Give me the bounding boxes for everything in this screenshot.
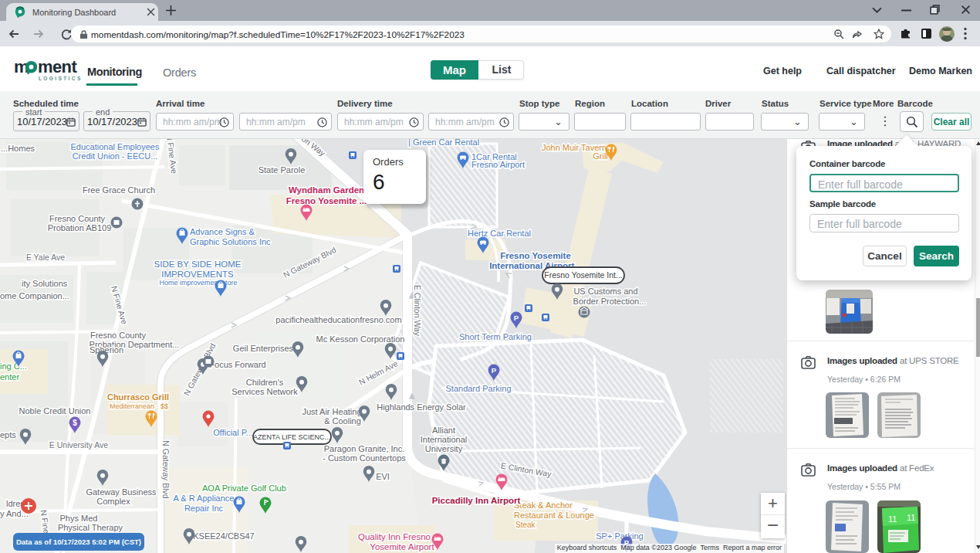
svg-text:ome Companion...: ome Companion... [0,291,69,300]
svg-text:EVI: EVI [376,472,390,481]
svg-text:Services Network: Services Network [231,387,298,396]
svg-text:enter: enter [0,372,19,382]
svg-text:Churrasco Grill: Churrasco Grill [107,392,169,402]
svg-text:Wyndham Garden: Wyndham Garden [289,185,364,195]
svg-text:Grill: Grill [593,151,608,161]
svg-text:Phys Med: Phys Med [60,514,98,523]
svg-text:Credit Union - EECU...: Credit Union - EECU... [73,151,158,161]
svg-text:11: 11 [888,514,897,524]
svg-text:Restaurant & Lounge: Restaurant & Lounge [514,511,594,520]
svg-text:University: University [425,444,463,453]
svg-text:Piccadilly Inn Airport: Piccadilly Inn Airport [432,496,521,505]
svg-text:P: P [514,314,519,322]
svg-text:ing C...: ing C... [0,361,27,371]
svg-text:International: International [421,435,468,444]
svg-text:Steak: Steak [515,521,536,529]
svg-text:IMPROVEMENTS: IMPROVEMENTS [161,270,234,279]
svg-text:P: P [492,366,497,375]
svg-text:| Green Car Rental: | Green Car Rental [408,139,479,147]
svg-text:- Custom Countertops: - Custom Countertops [323,453,406,463]
svg-text:Graphic Solutions Inc: Graphic Solutions Inc [190,237,271,246]
svg-text:ity Solutions: ity Solutions [22,279,68,288]
svg-text:E Yale Ave: E Yale Ave [26,253,65,262]
svg-text:Advance Signs &: Advance Signs & [190,227,255,236]
svg-text:Official P...: Official P... [213,428,253,437]
svg-text:Fresno County: Fresno County [49,214,106,223]
svg-text:Gateway Business: Gateway Business [86,487,157,497]
svg-text:AZENTA LIFE SCIENC...: AZENTA LIFE SCIENC... [253,433,330,441]
svg-text:Fresno Yosemite: Fresno Yosemite [500,251,571,260]
svg-text:...Homes: ...Homes [1,144,35,153]
svg-text:E Clinton Way: E Clinton Way [413,285,422,337]
svg-text:N Gateway Blvd: N Gateway Blvd [161,440,171,498]
svg-text:Fresno Yosemite ...: Fresno Yosemite ... [286,196,367,205]
svg-text:Mc Kesson Corporation: Mc Kesson Corporation [316,334,405,344]
svg-text:Children's: Children's [246,378,284,387]
svg-text:& Cooling: & Cooling [324,416,361,426]
svg-text:Paragon Granite, Inc.: Paragon Granite, Inc. [324,444,405,453]
svg-text:A & R Appliance: A & R Appliance [174,494,235,503]
svg-text:Noble Credit Union: Noble Credit Union [19,406,91,416]
svg-text:Highlands Energy Solar: Highlands Energy Solar [377,402,466,412]
svg-text:Quality Inn Fresno: Quality Inn Fresno [358,532,431,541]
svg-text:Repair Inc: Repair Inc [184,504,224,513]
svg-text:pacifichealtheducationfresno.c: pacifichealtheducationfresno.com [275,315,401,324]
svg-text:Fresno Yosemite Int...: Fresno Yosemite Int... [544,270,623,280]
svg-text:Complex: Complex [96,497,130,506]
svg-text:Free Grace Church: Free Grace Church [83,185,155,195]
svg-text:epts: epts [0,430,16,439]
svg-text:Geil Enterprises: Geil Enterprises [233,344,294,353]
svg-text:11: 11 [907,513,915,522]
svg-text:Border Protection...: Border Protection... [573,297,647,306]
svg-text:Steak & Anchor: Steak & Anchor [514,500,573,510]
svg-text:Physical Therapy: Physical Therapy [58,523,123,532]
svg-text:Fresno Airport: Fresno Airport [471,160,525,169]
svg-text:E University Ave: E University Ave [49,440,108,450]
svg-text:SP+ Parking: SP+ Parking [596,531,643,541]
svg-text:Fresno County: Fresno County [90,331,147,340]
svg-text:$: $ [73,419,77,427]
svg-text:Focus Forward: Focus Forward [209,360,265,369]
svg-text:Probation AB109: Probation AB109 [48,223,112,232]
svg-text:Yosemite Airport: Yosemite Airport [370,542,434,551]
svg-text:Just Air Heating: Just Air Heating [302,407,361,416]
svg-text:KSEE24/CBS47: KSEE24/CBS47 [193,531,255,541]
svg-text:Alliant: Alliant [432,426,455,435]
svg-text:Mediterranean · $$: Mediterranean · $$ [110,402,168,410]
svg-text:US Customs and: US Customs and [573,287,637,296]
svg-text:State Parole: State Parole [259,165,306,175]
svg-text:AOA Private Golf Club: AOA Private Golf Club [202,483,286,493]
svg-text:Short Term Parking: Short Term Parking [459,332,532,341]
svg-text:Educational Employees: Educational Employees [71,142,160,151]
svg-text:Standard Parking: Standard Parking [446,384,512,393]
svg-text:SIDE BY SIDE HOME: SIDE BY SIDE HOME [154,260,242,269]
svg-text:Hertz Car Rental: Hertz Car Rental [468,229,531,238]
